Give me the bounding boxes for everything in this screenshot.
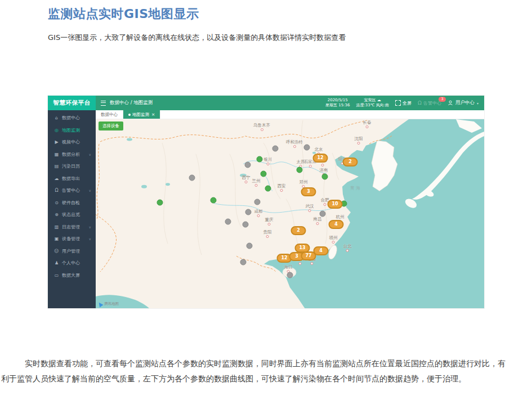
city-dot-icon [257,214,260,217]
sidebar-item-device-management[interactable]: ▣设备管理∨ [48,233,96,245]
cluster-marker[interactable]: 2 [291,226,306,235]
person-icon [448,100,453,106]
city-label: 银川 [264,158,272,165]
sidebar-item-hardware-check[interactable]: ⊙硬件自检 [48,197,96,209]
sidebar-item-personal-center[interactable]: ♟个人中心 [48,257,96,269]
cluster-marker[interactable]: 12 [313,154,328,163]
cluster-marker[interactable]: 3 [301,187,316,196]
cluster-marker[interactable]: 77 [301,251,316,260]
city-label: 南昌 [314,217,322,225]
user-icon: ☺ [54,249,59,254]
calendar-icon: ▤ [54,164,59,169]
device-marker-offline[interactable] [189,175,195,181]
tab-data-center[interactable]: 数据中心 [96,110,123,119]
sidebar-item-map-monitor[interactable]: ◎地图监测 [48,124,96,137]
sidebar-item-data-screen[interactable]: ▭数据大屏 [48,269,96,282]
app-logo: 智慧环保平台 [48,96,96,110]
device-marker-offline[interactable] [245,209,252,215]
device-marker-online[interactable] [297,167,303,173]
device-marker-offline[interactable] [304,145,310,151]
device-marker-offline[interactable] [243,222,249,228]
city-dot-icon [366,125,369,128]
sidebar-item-alarm-center[interactable]: Ω告警中心∨ [48,184,96,197]
device-marker-online[interactable] [257,156,263,163]
city-label: 成都 [254,209,263,217]
sidebar-item-status-overview[interactable]: ⊕状态总览 [48,209,96,221]
sidebar-item-data-export[interactable]: ☁数据导出 [48,173,96,185]
tab-label: 地图监测 [132,112,149,118]
tab-map-monitor[interactable]: 地图监测× [123,110,160,119]
sidebar-item-label: 数据大屏 [62,272,80,278]
device-marker-online[interactable] [261,171,267,177]
sidebar-item-pollution-calendar[interactable]: ▤污染日历 [48,160,96,173]
close-icon[interactable]: × [151,112,155,117]
device-marker-online[interactable] [211,197,217,204]
sidebar-item-user-management[interactable]: ☺用户管理 [48,245,96,258]
device-marker-online[interactable] [157,200,163,206]
sidebar-item-label: 数据导出 [62,176,80,182]
fullscreen-icon [395,100,401,106]
sidebar-item-data-center[interactable]: ⌂数据中心 [48,112,96,124]
cluster-marker[interactable]: 10 [328,200,343,209]
time-text: 星期五 15:36 [325,103,350,108]
tab-label: 数据中心 [101,112,118,118]
city-dot-icon [316,222,319,225]
city-dot-icon [346,249,349,252]
weather-detail: 温度:33℃ 风向:南 [356,103,389,108]
city-dot-icon [309,165,312,168]
select-device-button[interactable]: 选择设备 [99,122,123,130]
city-dot-icon [357,142,360,145]
sidebar-item-label: 地图监测 [62,127,80,133]
sea-label: 黄海 [350,185,361,191]
device-marker-offline[interactable] [287,272,293,278]
city-dot-icon [332,241,335,244]
city-dot-icon [293,145,296,148]
city-label: 沈阳 [355,137,363,145]
device-marker-offline[interactable] [320,211,326,217]
home-icon: ⌂ [54,115,59,120]
intro-paragraph: GIS一张图显示，大致了解设备的离线在线状态，以及设备测量的具体数据详情实时数据… [48,33,346,43]
sidebar-item-log-management[interactable]: ▥日志管理∨ [48,221,96,233]
user-label: 用户中心 [455,100,475,106]
app-header: 智慧环保平台 数据中心 / 地图监测 2020/5/15 星期五 15:36 宝… [48,96,484,110]
fullscreen-button[interactable]: 全屏 [395,100,412,106]
city-label: 长春 [363,120,372,128]
city-label: 福州 [329,236,338,244]
alarm-center-button[interactable]: Ω 告警中心 3 [418,100,441,106]
map-canvas[interactable]: 乌鲁木齐长春沈阳呼和浩特北京天津石家庄太原济南银川烟台西宁兰州西安郑州合肥武汉南… [96,119,484,308]
datetime-display: 2020/5/15 星期五 15:36 [325,98,350,109]
device-marker-offline[interactable] [272,146,279,152]
map-pin-icon: ◎ [54,128,59,133]
gear-icon: ⊙ [54,200,59,205]
tencent-maps-logo-icon [97,301,103,307]
device-marker-offline[interactable] [247,243,253,249]
city-label: 西安 [278,184,286,192]
device-marker-online[interactable] [265,186,271,192]
menu-toggle-icon[interactable] [101,101,106,106]
cloud-icon: ☁ [377,98,381,102]
device-marker-offline[interactable] [245,162,251,168]
sidebar-item-label: 日志管理 [62,224,80,230]
chevron-down-icon: ∨ [89,152,91,156]
city-dot-icon [280,189,283,192]
sidebar-item-data-analysis[interactable]: ▦数据分析∨ [48,148,96,161]
city-label: 郑州 [299,180,308,188]
cloud-icon: ☁ [54,176,59,181]
breadcrumb: 数据中心 / 地图监测 [110,100,153,106]
status-icon: ⊕ [54,212,59,217]
sidebar-item-video-center[interactable]: ▶视频中心 [48,136,96,148]
device-marker-online[interactable] [322,174,328,180]
city-label: 贵阳 [263,230,272,238]
city-label: 西宁 [242,176,251,183]
cluster-marker[interactable]: 4 [329,220,344,229]
cluster-marker[interactable]: 2 [343,158,358,166]
device-marker-offline[interactable] [240,259,247,266]
bell-icon: Ω [418,100,422,106]
device-marker-offline[interactable] [225,219,231,225]
user-center-button[interactable]: 用户中心 ▾ [448,100,479,106]
device-marker-offline[interactable] [254,199,261,205]
city-dot-icon [245,181,248,183]
chevron-down-icon: ∨ [89,237,91,241]
city-dot-icon [324,203,327,206]
body-paragraph: 实时数据查看功能，可查看每个监测站点各个参数的实时监测数据，同时界面上亦有当前监… [1,356,506,386]
